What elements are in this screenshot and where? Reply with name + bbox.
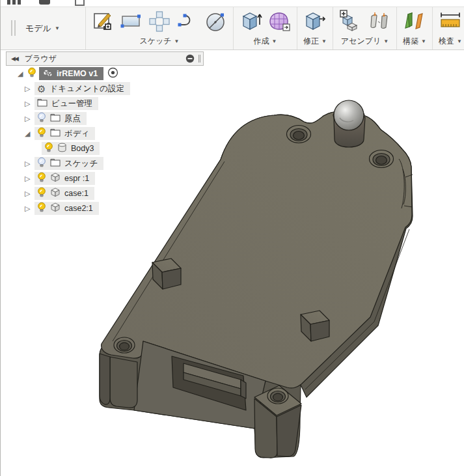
tree-row-chip[interactable]: case2:1: [34, 202, 99, 215]
tree-expand-arrow[interactable]: ▷: [25, 190, 34, 197]
modify-group-dropdown[interactable]: 修正 ▼: [303, 35, 327, 49]
app-grid-icon[interactable]: [7, 0, 21, 5]
tree-row-chip[interactable]: ボディ: [34, 127, 95, 140]
tree-row-label: Body3: [71, 144, 94, 153]
arc-icon[interactable]: [174, 8, 200, 35]
workspace-label: モデル: [25, 23, 51, 35]
minus-circle-icon[interactable]: [185, 54, 195, 63]
app-save-icon[interactable]: [39, 0, 50, 5]
browser-tree-row[interactable]: ▷ ⚙ ドキュメントの設定: [6, 82, 227, 95]
tree-expand-arrow[interactable]: ◢: [25, 130, 34, 137]
press-pull-icon[interactable]: [302, 8, 328, 35]
toolbar-group-sketch: スケッチ ▼: [85, 7, 233, 49]
measure-icon[interactable]: [437, 8, 463, 35]
visibility-bulb-icon[interactable]: [37, 157, 46, 171]
component-cube-icon: [50, 187, 61, 200]
extrude-icon[interactable]: [238, 8, 264, 35]
chevron-down-icon: ▼: [321, 39, 327, 44]
port-connector-tab: [241, 380, 246, 399]
tree-row-label: case:1: [64, 189, 89, 198]
workspace-dropdown[interactable]: モデル ▼: [25, 23, 60, 35]
ribbon-toolbar: モデル ▼: [1, 7, 464, 50]
folder-icon: [37, 98, 48, 109]
browser-tree-row[interactable]: ▷ case:1: [6, 187, 227, 200]
chevron-down-icon: ▼: [421, 39, 426, 44]
visibility-bulb-icon[interactable]: [27, 67, 36, 81]
browser-tree-row[interactable]: ▷ スケッチ: [6, 157, 227, 170]
visibility-bulb-icon[interactable]: [37, 172, 46, 186]
visibility-bulb-icon[interactable]: [37, 187, 46, 201]
visibility-bulb-icon[interactable]: [37, 127, 46, 141]
tree-expand-arrow[interactable]: ▷: [25, 205, 34, 212]
tree-row-chip[interactable]: 原点: [34, 112, 87, 125]
browser-tree-row[interactable]: ▷ 原点: [6, 112, 227, 125]
tree-row-chip[interactable]: スケッチ: [34, 157, 103, 170]
left-foot-front: [110, 357, 137, 408]
tree-row-label: ビュー管理: [51, 98, 92, 109]
sketch-group-dropdown[interactable]: スケッチ ▼: [139, 35, 179, 49]
browser-tree-row[interactable]: ▷ ビュー管理: [6, 97, 227, 110]
create-group-dropdown[interactable]: 作成 ▼: [254, 35, 277, 49]
app-doc-icon[interactable]: [75, 0, 85, 6]
component-cube-icon: [50, 202, 61, 215]
left-foot-side: [100, 354, 110, 404]
browser-tree-row[interactable]: ▷ case2:1: [6, 202, 227, 215]
chrome-ball: [334, 100, 364, 130]
sketch-pattern-icon[interactable]: [146, 8, 172, 35]
browser-tree: ◢ irREMO v1 ▷ ⚙ ドキュメントの設定: [6, 67, 227, 217]
inspect-group-dropdown[interactable]: 検査 ▼: [439, 35, 462, 49]
chevron-down-icon: ▼: [174, 39, 180, 44]
circle-diameter-icon[interactable]: [202, 8, 228, 35]
activate-component-radio[interactable]: [107, 67, 118, 81]
toolbar-group-create: 作成 ▼: [233, 7, 297, 49]
rectangle-icon[interactable]: [118, 8, 144, 35]
toolbar-group-assembly: アセンブリ ▼: [333, 7, 396, 49]
toolbar-group-modify: 修正 ▼: [297, 7, 333, 49]
create-sketch-icon[interactable]: [90, 8, 116, 35]
component-cube-icon: [50, 172, 61, 185]
tree-expand-arrow[interactable]: ▷: [25, 160, 34, 167]
new-component-icon[interactable]: [338, 8, 364, 35]
tree-expand-arrow[interactable]: ▷: [25, 85, 34, 92]
browser-tree-row[interactable]: ▷ espr :1: [6, 172, 227, 185]
tree-row-chip[interactable]: Body3: [42, 142, 100, 155]
tree-row-chip[interactable]: espr :1: [34, 172, 95, 185]
tree-row-label: ドキュメントの設定: [49, 83, 124, 94]
gear-icon: ⚙: [37, 84, 46, 94]
tree-expand-arrow[interactable]: ▷: [25, 115, 34, 122]
folder-icon: [50, 113, 61, 124]
browser-tree-row[interactable]: ◢ irREMO v1: [6, 67, 227, 80]
visibility-bulb-icon[interactable]: [44, 142, 53, 156]
tree-row-chip[interactable]: ⚙ ドキュメントの設定: [34, 82, 130, 95]
folder-icon: [50, 128, 61, 139]
browser-tree-row[interactable]: ◢ ボディ: [6, 127, 227, 140]
toolbar-group-inspect: 検査 ▼: [432, 7, 464, 49]
tree-row-label: 原点: [64, 113, 81, 124]
tree-row-chip[interactable]: irREMO v1: [39, 67, 103, 80]
tree-row-chip[interactable]: ビュー管理: [34, 97, 98, 110]
collapse-panel-icon[interactable]: ◀◀: [11, 55, 18, 62]
chevron-down-icon: ▼: [383, 39, 389, 44]
browser-panel-header[interactable]: ◀◀ ブラウザ: [6, 51, 204, 66]
browser-title: ブラウザ: [25, 53, 57, 64]
browser-tree-row[interactable]: Body3: [6, 142, 227, 155]
visibility-bulb-icon[interactable]: [37, 202, 46, 216]
visibility-bulb-icon[interactable]: [37, 112, 46, 126]
assembly-group-dropdown[interactable]: アセンブリ ▼: [341, 35, 389, 49]
tree-expand-arrow[interactable]: ◢: [18, 70, 27, 77]
tree-row-chip[interactable]: case:1: [34, 187, 94, 200]
components-icon: [42, 68, 53, 80]
joint-icon[interactable]: [366, 8, 392, 35]
tree-row-label: irREMO v1: [57, 69, 98, 78]
workspace-switcher-cell: モデル ▼: [1, 7, 85, 49]
construct-group-dropdown[interactable]: 構築 ▼: [403, 35, 426, 49]
tree-expand-arrow[interactable]: ▷: [25, 175, 34, 182]
toolbar-group-construct: 構築 ▼: [396, 7, 432, 49]
tree-row-label: ボディ: [64, 128, 89, 139]
construct-plane-icon[interactable]: [402, 8, 428, 35]
toolbar-drag-handle[interactable]: [11, 20, 16, 36]
tree-expand-arrow[interactable]: ▷: [25, 100, 34, 107]
form-icon[interactable]: [266, 8, 292, 35]
panel-resize-grip[interactable]: [198, 55, 200, 63]
fusion360-window: モデル ▼: [0, 0, 464, 476]
